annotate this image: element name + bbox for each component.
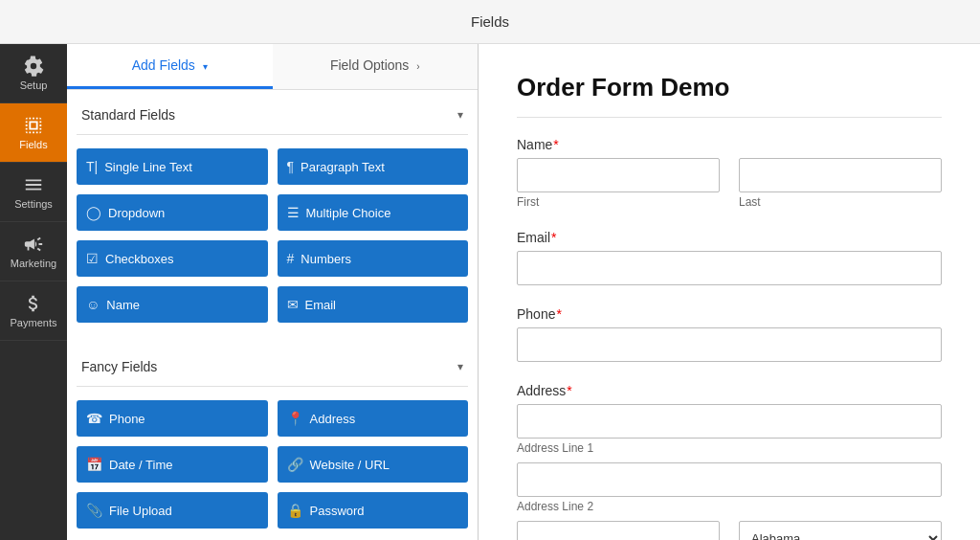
numbers-icon: # bbox=[287, 251, 295, 266]
form-title: Order Form Demo bbox=[517, 73, 942, 118]
multiple-choice-label: Multiple Choice bbox=[306, 206, 391, 220]
sidebar-marketing-label: Marketing bbox=[11, 258, 56, 269]
tab-add-fields[interactable]: Add Fields ▾ bbox=[67, 44, 273, 89]
fancy-fields-grid: ☎ Phone 📍 Address 📅 Date / Time 🔗 Websit… bbox=[77, 400, 468, 529]
email-label: Email bbox=[305, 298, 337, 312]
fancy-fields-section-header: Fancy Fields ▾ bbox=[77, 342, 468, 387]
sidebar-item-payments[interactable]: Payments bbox=[0, 281, 67, 341]
address-btn[interactable]: 📍 Address bbox=[278, 400, 469, 437]
first-name-input[interactable] bbox=[517, 158, 720, 192]
main-layout: Setup Fields Settings Marketing Payments bbox=[0, 44, 980, 540]
payments-icon bbox=[23, 293, 44, 314]
email-icon: ✉ bbox=[287, 297, 299, 312]
fancy-fields-chevron[interactable]: ▾ bbox=[457, 360, 463, 373]
top-bar: Fields bbox=[0, 0, 980, 44]
website-url-icon: 🔗 bbox=[287, 457, 303, 472]
checkboxes-icon: ☑ bbox=[86, 251, 99, 266]
city-group: City bbox=[517, 521, 720, 540]
password-icon: 🔒 bbox=[287, 503, 303, 518]
name-btn[interactable]: ☺ Name bbox=[77, 286, 268, 323]
sidebar-item-fields[interactable]: Fields bbox=[0, 103, 67, 163]
state-select[interactable]: Alabama Alaska Arizona Arkansas Californ… bbox=[739, 521, 942, 540]
settings-icon bbox=[23, 174, 44, 195]
file-upload-btn[interactable]: 📎 File Upload bbox=[77, 492, 268, 529]
fancy-fields-heading: Fancy Fields bbox=[81, 359, 157, 374]
last-name-input[interactable] bbox=[739, 158, 942, 192]
name-icon: ☺ bbox=[86, 297, 100, 312]
date-time-btn[interactable]: 📅 Date / Time bbox=[77, 446, 268, 483]
email-input[interactable] bbox=[517, 251, 942, 285]
address-line1-input[interactable] bbox=[517, 404, 942, 439]
marketing-icon bbox=[23, 234, 44, 255]
name-label: Name bbox=[106, 298, 140, 312]
city-state-row: City Alabama Alaska Arizona Arkansas Cal… bbox=[517, 521, 942, 540]
single-line-text-icon: T| bbox=[86, 159, 98, 174]
last-sub-label: Last bbox=[739, 195, 942, 209]
standard-fields-section-header: Standard Fields ▾ bbox=[77, 90, 468, 135]
fields-panel[interactable]: Standard Fields ▾ T| Single Line Text ¶ … bbox=[67, 90, 478, 540]
multiple-choice-icon: ☰ bbox=[287, 205, 300, 220]
gear-icon bbox=[23, 56, 44, 77]
dropdown-label: Dropdown bbox=[108, 206, 165, 220]
website-url-label: Website / URL bbox=[310, 458, 390, 472]
paragraph-text-label: Paragraph Text bbox=[301, 160, 385, 174]
tab-field-options[interactable]: Field Options › bbox=[273, 44, 479, 89]
standard-fields-heading: Standard Fields bbox=[81, 107, 175, 123]
single-line-text-label: Single Line Text bbox=[104, 160, 192, 174]
phone-label: Phone bbox=[109, 412, 145, 426]
form-field-email: Email* bbox=[517, 230, 942, 285]
phone-label: Phone* bbox=[517, 306, 942, 322]
address-fields-group: Address Line 1 Address Line 2 City Alaba… bbox=[517, 404, 942, 540]
paragraph-text-icon: ¶ bbox=[287, 159, 295, 174]
sidebar: Setup Fields Settings Marketing Payments bbox=[0, 44, 67, 540]
form-preview: Order Form Demo Name* First Last Email* bbox=[479, 44, 980, 540]
sidebar-item-setup[interactable]: Setup bbox=[0, 44, 67, 103]
email-btn[interactable]: ✉ Email bbox=[278, 286, 469, 323]
dropdown-btn[interactable]: ◯ Dropdown bbox=[77, 194, 268, 231]
sidebar-payments-label: Payments bbox=[11, 317, 57, 328]
password-label: Password bbox=[310, 504, 365, 518]
top-bar-title: Fields bbox=[471, 13, 509, 30]
state-group: Alabama Alaska Arizona Arkansas Californ… bbox=[739, 521, 942, 540]
address-line2-sublabel: Address Line 2 bbox=[517, 500, 942, 513]
name-label: Name* bbox=[517, 137, 942, 152]
dropdown-icon: ◯ bbox=[86, 205, 101, 220]
form-field-address: Address* Address Line 1 Address Line 2 C… bbox=[517, 383, 942, 540]
sidebar-item-marketing[interactable]: Marketing bbox=[0, 222, 67, 281]
sidebar-setup-label: Setup bbox=[20, 79, 48, 91]
address-line2-input[interactable] bbox=[517, 462, 942, 497]
standard-fields-grid: T| Single Line Text ¶ Paragraph Text ◯ D… bbox=[77, 148, 468, 323]
add-fields-label: Add Fields bbox=[132, 57, 195, 73]
middle-panel: Add Fields ▾ Field Options › Standard Fi… bbox=[67, 44, 479, 540]
numbers-btn[interactable]: # Numbers bbox=[278, 240, 469, 277]
email-label: Email* bbox=[517, 230, 942, 245]
multiple-choice-btn[interactable]: ☰ Multiple Choice bbox=[278, 194, 469, 231]
website-url-btn[interactable]: 🔗 Website / URL bbox=[278, 446, 469, 483]
paragraph-text-btn[interactable]: ¶ Paragraph Text bbox=[278, 148, 469, 185]
date-time-icon: 📅 bbox=[86, 457, 102, 472]
address-label: Address bbox=[310, 412, 356, 426]
password-btn[interactable]: 🔒 Password bbox=[278, 492, 469, 529]
sidebar-settings-label: Settings bbox=[14, 198, 53, 210]
single-line-text-btn[interactable]: T| Single Line Text bbox=[77, 148, 268, 185]
checkboxes-label: Checkboxes bbox=[105, 252, 174, 266]
add-fields-chevron: ▾ bbox=[203, 61, 208, 72]
first-sub-label: First bbox=[517, 195, 720, 209]
date-time-label: Date / Time bbox=[109, 458, 172, 472]
city-input[interactable] bbox=[517, 521, 720, 540]
last-name-group: Last bbox=[739, 158, 942, 209]
phone-input[interactable] bbox=[517, 327, 942, 362]
sidebar-item-settings[interactable]: Settings bbox=[0, 163, 67, 222]
fields-icon bbox=[23, 115, 44, 136]
phone-btn[interactable]: ☎ Phone bbox=[77, 400, 268, 437]
phone-icon: ☎ bbox=[86, 411, 102, 426]
checkboxes-btn[interactable]: ☑ Checkboxes bbox=[77, 240, 268, 277]
field-options-label: Field Options bbox=[330, 57, 409, 73]
field-options-chevron: › bbox=[416, 61, 419, 72]
standard-fields-chevron[interactable]: ▾ bbox=[457, 108, 463, 122]
sidebar-fields-label: Fields bbox=[19, 139, 47, 150]
address-line2-group: Address Line 2 bbox=[517, 462, 942, 513]
name-row: First Last bbox=[517, 158, 942, 209]
file-upload-icon: 📎 bbox=[86, 503, 102, 518]
first-name-group: First bbox=[517, 158, 720, 209]
